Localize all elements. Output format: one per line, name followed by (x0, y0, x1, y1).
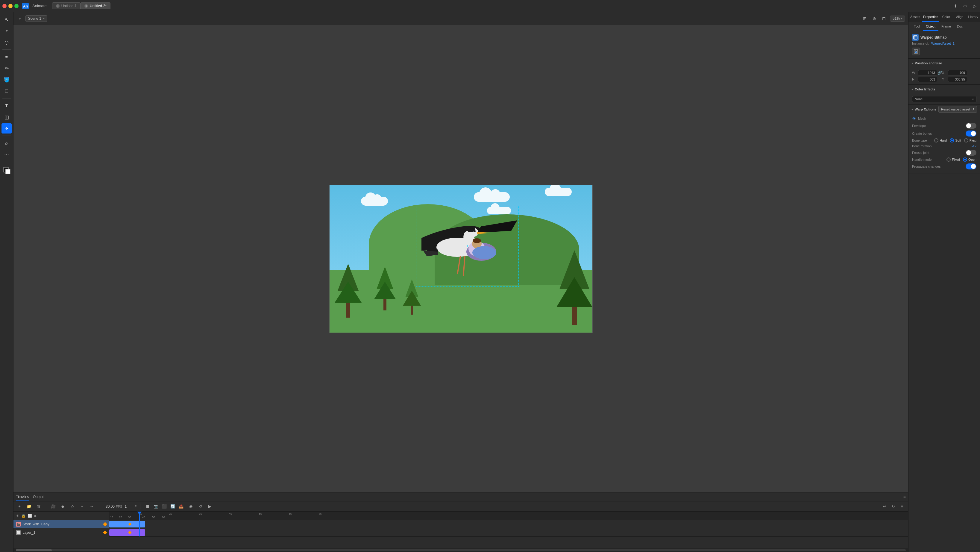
play-icon[interactable]: ▷ (972, 3, 978, 9)
folder-button[interactable]: 📁 (25, 503, 33, 510)
subselect-tool[interactable]: ⌖ (2, 26, 12, 36)
edit-bitmap-button[interactable] (912, 48, 920, 56)
zoom-control: 51% ▾ (890, 16, 905, 22)
subtab-tool[interactable]: Tool (911, 22, 923, 31)
subtab-object[interactable]: Object (923, 22, 939, 31)
scene-selector[interactable]: Scene 1 ▾ (25, 15, 47, 22)
section-header-color[interactable]: ▾ Color Effects (908, 85, 980, 94)
delete-button[interactable]: 🗑 (35, 503, 42, 510)
scrollbar-thumb[interactable] (16, 549, 52, 551)
layer-row-layer1[interactable]: ⬜ Layer_1 (13, 528, 109, 537)
options-button[interactable]: ≡ (899, 503, 906, 510)
clip-button[interactable]: ⬛ (161, 503, 168, 510)
timeline-toolbar: + 📁 🗑 🎥 ◆ ◇ ~ ↔ FPS F (13, 501, 908, 512)
propagate-changes-toggle[interactable] (966, 164, 977, 169)
zoom-tool[interactable]: ⌕ (2, 138, 12, 148)
clip-layer1[interactable] (109, 529, 145, 536)
separator (46, 504, 46, 509)
redo-button[interactable]: ↻ (889, 503, 897, 510)
tab-close-untitled2[interactable]: ✕ (84, 4, 88, 8)
undo-button[interactable]: ↩ (881, 503, 888, 510)
radio-fixed[interactable]: Fixed (947, 157, 960, 162)
tab-output[interactable]: Output (33, 494, 44, 500)
pencil-tool[interactable]: ✏ (2, 63, 12, 73)
freeze-joint-toggle[interactable] (966, 150, 977, 156)
tab-untitled2[interactable]: ✕ Untitled-2* (81, 2, 110, 9)
text-tool[interactable]: T (2, 100, 12, 111)
scrollbar-track[interactable] (16, 549, 906, 551)
link-wh-icon[interactable]: 🔗 (939, 71, 941, 75)
tab-library[interactable]: Library (967, 12, 980, 22)
reset-warped-asset-button[interactable]: Reset warped asset ↺ (939, 106, 977, 113)
radio-flexi[interactable]: Flexi (964, 138, 977, 143)
frame-label: F (134, 505, 137, 508)
lasso-tool[interactable]: ◌ (2, 37, 12, 47)
radio-hard[interactable]: Hard (934, 138, 947, 143)
tab-close-untitled1[interactable]: ✕ (56, 4, 60, 8)
section-position: ▾ Position and Size W 🔗 X H Y (908, 59, 980, 85)
tab-properties[interactable]: Properties (922, 12, 939, 22)
tween-button[interactable]: ~ (78, 503, 86, 510)
radio-soft[interactable]: Soft (950, 138, 961, 143)
tab-align[interactable]: Align (953, 12, 967, 22)
keyframe-button[interactable]: ◆ (59, 503, 67, 510)
add-layer-button[interactable]: + (16, 503, 23, 510)
onion-skin-button[interactable]: ◉ (187, 503, 194, 510)
frame-mark-40: 40 (142, 516, 145, 519)
x-input[interactable] (948, 70, 967, 75)
grid-icon[interactable]: ⊞ (861, 15, 869, 22)
layer-row-stork[interactable]: 🎬 Stork_with_Baby (13, 520, 109, 528)
subtab-frame[interactable]: Frame (939, 22, 954, 31)
minimize-button[interactable] (8, 4, 13, 8)
color-effects-dropdown[interactable]: None ▾ (912, 96, 977, 102)
section-header-position[interactable]: ▾ Position and Size (908, 59, 980, 68)
rewind-button[interactable]: ⟲ (197, 503, 204, 510)
select-tool[interactable]: ↖ (2, 14, 12, 25)
snap-button[interactable]: 📷 (152, 503, 159, 510)
stop-button[interactable]: ⏹ (144, 503, 151, 510)
share-icon[interactable]: ⬆ (953, 3, 958, 9)
canvas-area[interactable]: + (13, 25, 908, 492)
layer-header: 👁 🔒 ⬜ ◆ (13, 512, 109, 520)
gradient-tool[interactable]: ◫ (2, 112, 12, 122)
section-header-warp[interactable]: ▾ Warp Options Reset warped asset ↺ (908, 105, 980, 114)
export-button[interactable]: 📤 (178, 503, 185, 510)
home-icon[interactable]: ⌂ (16, 15, 24, 22)
pen-tool[interactable]: ✒ (2, 52, 12, 62)
stroke-fill[interactable] (2, 165, 12, 175)
fps-input[interactable] (103, 504, 115, 509)
play-button[interactable]: ▶ (206, 503, 213, 510)
motion-tween-button[interactable]: ↔ (88, 503, 95, 510)
envelope-toggle[interactable] (966, 123, 977, 129)
clip-stork[interactable] (109, 521, 145, 527)
timeline-scrollbar[interactable] (13, 548, 908, 552)
h-input[interactable] (918, 76, 937, 82)
loop-button[interactable]: 🔄 (169, 503, 176, 510)
playback-controls: ⏹ 📷 ⬛ 🔄 📤 (144, 503, 185, 510)
paintbucket-tool[interactable]: 🪣 (2, 75, 12, 85)
mesh-label: Mesh (918, 117, 977, 120)
tab-assets[interactable]: Assets (908, 12, 922, 22)
create-bones-toggle[interactable] (966, 130, 977, 137)
tab-color[interactable]: Color (939, 12, 953, 22)
ruler-icon[interactable]: ⊡ (880, 15, 888, 22)
more-tools[interactable]: ⋯ (2, 150, 12, 159)
bone-tool[interactable]: ✤ (2, 123, 12, 134)
subtab-doc[interactable]: Doc (954, 22, 966, 31)
snap-icon[interactable]: ⊕ (871, 15, 878, 22)
camera-button[interactable]: 🎥 (50, 503, 57, 510)
close-button[interactable] (2, 4, 6, 8)
blank-keyframe-button[interactable]: ◇ (69, 503, 76, 510)
radio-open[interactable]: Open (963, 157, 977, 162)
tab-untitled1[interactable]: ✕ Untitled-1 (52, 2, 81, 9)
window-icon[interactable]: ▭ (962, 3, 968, 9)
tab-timeline[interactable]: Timeline (16, 493, 29, 501)
frame-input[interactable] (124, 504, 134, 509)
maximize-button[interactable] (14, 4, 19, 8)
propagate-changes-label: Propagate changes (912, 165, 966, 168)
w-input[interactable] (918, 70, 937, 75)
time-mark-6s: 6s (289, 512, 292, 515)
timeline-menu-icon[interactable]: ≡ (904, 495, 906, 500)
y-input[interactable] (948, 76, 967, 82)
shape-tool[interactable]: □ (2, 86, 12, 96)
